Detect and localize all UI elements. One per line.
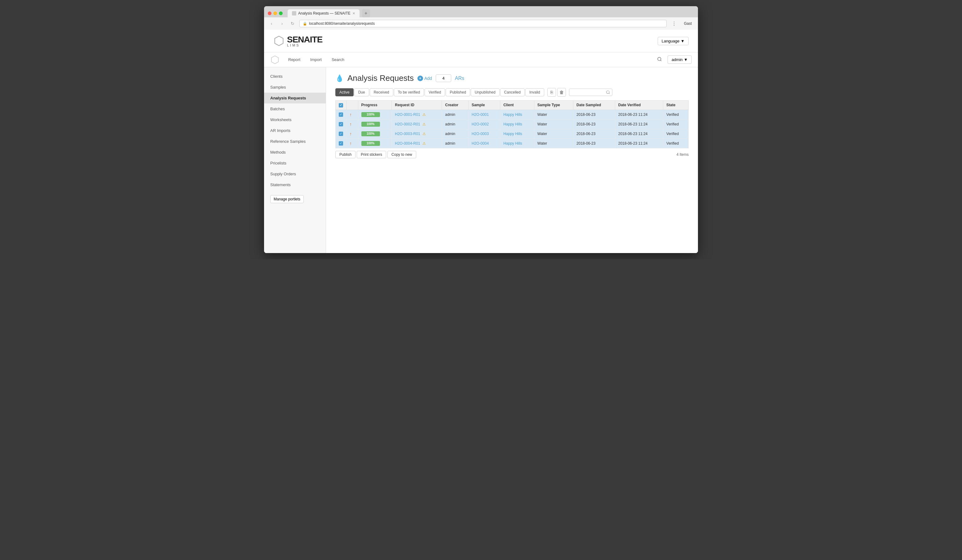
sample-link-0[interactable]: H2O-0001: [472, 113, 489, 117]
table-search-input[interactable]: [569, 89, 612, 96]
row-check-icon-3: ✓: [339, 141, 343, 146]
row-checkbox-0[interactable]: ✓: [336, 109, 347, 119]
sample-link-2[interactable]: H2O-0003: [472, 132, 489, 136]
tab-published[interactable]: Published: [445, 88, 470, 97]
delete-icon-button[interactable]: 🗑: [557, 88, 566, 97]
sidebar-item-statements[interactable]: Statements: [264, 179, 326, 190]
browser-tab[interactable]: Analysis Requests — SENAITE ✕: [287, 9, 360, 17]
tab-cancelled[interactable]: Cancelled: [500, 88, 525, 97]
add-link[interactable]: + Add: [418, 76, 432, 81]
tab-close-icon[interactable]: ✕: [352, 11, 355, 16]
forward-button[interactable]: ›: [278, 20, 286, 27]
more-button[interactable]: ⋮: [670, 21, 678, 27]
request-id-link-2[interactable]: H2O-0003-R01: [395, 132, 420, 136]
sample-link-3[interactable]: H2O-0004: [472, 141, 489, 146]
sample-link-1[interactable]: H2O-0002: [472, 122, 489, 126]
row-checkbox-2[interactable]: ✓: [336, 129, 347, 138]
client-link-0[interactable]: Happy Hills: [503, 113, 522, 117]
add-circle-icon: +: [418, 76, 423, 81]
tab-received[interactable]: Received: [370, 88, 393, 97]
row-progress-0: 100%: [358, 109, 392, 119]
sidebar-item-reference-samples[interactable]: Reference Samples: [264, 136, 326, 147]
request-id-link-3[interactable]: H2O-0004-R01: [395, 141, 420, 146]
col-client: Client: [500, 101, 534, 110]
col-creator: Creator: [442, 101, 468, 110]
content-area: 💧 Analysis Requests + Add ARs Active Due…: [326, 67, 698, 253]
toolbar-search-link[interactable]: Search: [327, 55, 349, 64]
tab-unpublished[interactable]: Unpublished: [471, 88, 500, 97]
print-stickers-button[interactable]: Print stickers: [357, 151, 386, 158]
toolbar-import-link[interactable]: Import: [305, 55, 327, 64]
row-checkbox-1[interactable]: ✓: [336, 119, 347, 129]
col-priority: [347, 101, 358, 110]
row-date-sampled-1: 2018-06-23: [573, 119, 615, 129]
sidebar-item-ar-imports[interactable]: AR Imports: [264, 125, 326, 136]
col-progress: Progress: [358, 101, 392, 110]
sidebar-item-analysis-requests[interactable]: Analysis Requests: [264, 93, 326, 103]
tab-invalid[interactable]: Invalid: [525, 88, 544, 97]
toolbar-report-link[interactable]: Report: [283, 55, 305, 64]
admin-menu-button[interactable]: admin ▼: [668, 55, 692, 64]
sidebar-item-supply-orders[interactable]: Supply Orders: [264, 169, 326, 179]
row-date-sampled-2: 2018-06-23: [573, 129, 615, 138]
minimize-button[interactable]: [273, 11, 277, 15]
copy-icon-button[interactable]: ⎘: [547, 88, 556, 97]
priority-up-icon-0: ↑: [350, 112, 352, 117]
row-priority-0: ↑: [347, 109, 358, 119]
search-icon-button[interactable]: [654, 55, 665, 64]
ars-link[interactable]: ARs: [455, 76, 464, 81]
water-drop-icon: 💧: [335, 74, 344, 82]
reload-button[interactable]: ↻: [289, 20, 296, 27]
logo-hex-icon: [273, 35, 284, 47]
sidebar-item-clients[interactable]: Clients: [264, 71, 326, 82]
row-state-3: Verified: [663, 138, 689, 148]
row-sample-1: H2O-0002: [468, 119, 500, 129]
manage-portlets-button[interactable]: Manage portlets: [270, 195, 304, 203]
copy-to-new-button[interactable]: Copy to new: [387, 151, 416, 158]
publish-button[interactable]: Publish: [335, 151, 355, 158]
back-button[interactable]: ‹: [268, 20, 275, 27]
row-progress-3: 100%: [358, 138, 392, 148]
new-tab-button[interactable]: +: [362, 9, 370, 17]
traffic-lights: [268, 11, 282, 15]
tab-to-be-verified[interactable]: To be verified: [394, 88, 424, 97]
client-link-2[interactable]: Happy Hills: [503, 132, 522, 136]
client-link-3[interactable]: Happy Hills: [503, 141, 522, 146]
row-checkbox-3[interactable]: ✓: [336, 138, 347, 148]
sidebar-item-methods[interactable]: Methods: [264, 147, 326, 158]
svg-marker-1: [271, 56, 279, 64]
address-bar[interactable]: 🔒 localhost:8080/senaite/analysisrequest…: [299, 20, 667, 27]
request-id-link-0[interactable]: H2O-0001-R01: [395, 113, 420, 117]
add-count-input[interactable]: [436, 74, 451, 82]
main-layout: Clients Samples Analysis Requests Batche…: [264, 67, 698, 253]
priority-up-icon-1: ↑: [350, 122, 352, 127]
row-state-2: Verified: [663, 129, 689, 138]
address-bar-row: ‹ › ↻ 🔒 localhost:8080/senaite/analysisr…: [264, 17, 698, 30]
tab-title: Analysis Requests — SENAITE: [298, 11, 350, 16]
sidebar-item-pricelists[interactable]: Pricelists: [264, 158, 326, 169]
close-button[interactable]: [268, 11, 271, 15]
row-priority-2: ↑: [347, 129, 358, 138]
fullscreen-button[interactable]: [279, 11, 282, 15]
select-all-header[interactable]: ✓: [336, 101, 347, 110]
sidebar-item-worksheets[interactable]: Worksheets: [264, 114, 326, 125]
row-creator-0: admin: [442, 109, 468, 119]
row-sample-type-0: Water: [534, 109, 573, 119]
row-creator-3: admin: [442, 138, 468, 148]
sidebar-item-batches[interactable]: Batches: [264, 103, 326, 114]
sidebar: Clients Samples Analysis Requests Batche…: [264, 67, 326, 253]
select-all-checkbox[interactable]: ✓: [339, 103, 343, 108]
tab-active[interactable]: Active: [335, 88, 353, 97]
row-id-1: H2O-0002-R01 ⚠: [392, 119, 442, 129]
sidebar-item-samples[interactable]: Samples: [264, 82, 326, 93]
request-id-link-1[interactable]: H2O-0002-R01: [395, 122, 420, 126]
language-button[interactable]: Language ▼: [658, 37, 689, 45]
row-client-2: Happy Hills: [500, 129, 534, 138]
warning-icon-1: ⚠: [423, 122, 426, 126]
row-check-icon-2: ✓: [339, 132, 343, 136]
row-date-sampled-3: 2018-06-23: [573, 138, 615, 148]
svg-point-2: [658, 57, 661, 61]
client-link-1[interactable]: Happy Hills: [503, 122, 522, 126]
tab-due[interactable]: Due: [354, 88, 369, 97]
tab-verified[interactable]: Verified: [425, 88, 445, 97]
